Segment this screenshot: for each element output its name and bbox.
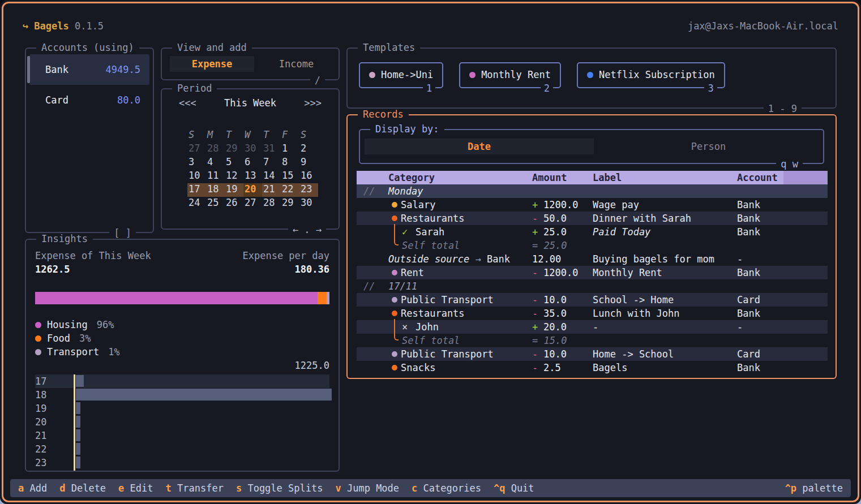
- calendar-day[interactable]: 17: [187, 183, 206, 197]
- account-name: Card: [45, 94, 117, 106]
- calendar-day[interactable]: 16: [299, 170, 318, 183]
- footer-action-categories[interactable]: c Categories: [412, 483, 481, 494]
- account-item-bank[interactable]: Bank4949.5: [29, 54, 149, 85]
- record-group-row[interactable]: //Monday: [357, 184, 828, 198]
- calendar-day[interactable]: 28: [262, 197, 281, 210]
- calendar-day[interactable]: 31: [262, 143, 281, 156]
- calendar-day[interactable]: 22: [281, 183, 299, 197]
- calendar-day[interactable]: 24: [187, 197, 206, 210]
- weekday-label: T: [225, 129, 243, 143]
- row-gutter: [783, 252, 828, 266]
- calendar-day[interactable]: 2: [299, 143, 318, 156]
- tab-income[interactable]: Income: [254, 56, 339, 72]
- calendar-day[interactable]: 29: [225, 143, 243, 156]
- calendar-day[interactable]: 12: [225, 170, 243, 183]
- period-prev-button[interactable]: <<<: [179, 97, 196, 109]
- cell-category: Public Transport: [357, 293, 532, 307]
- record-row[interactable]: Snacks-2.5BagelsBank: [357, 361, 828, 374]
- display-by-tab-date[interactable]: Date: [365, 139, 594, 154]
- footer-action-palette[interactable]: ^p palette: [785, 483, 843, 494]
- footer-action-jump-mode[interactable]: v Jump Mode: [335, 483, 399, 494]
- record-row[interactable]: Rent-1200.0Monthly RentBank: [357, 266, 828, 279]
- calendar-day[interactable]: 29: [281, 197, 299, 210]
- calendar-day[interactable]: 5: [225, 156, 243, 170]
- chart-bar: [76, 389, 332, 401]
- footer-key: ^q: [494, 483, 505, 494]
- tab-expense[interactable]: Expense: [170, 56, 254, 72]
- weekday-label: S: [299, 129, 318, 143]
- row-gutter: [783, 347, 828, 361]
- legend-item-housing: Housing96%: [35, 318, 120, 331]
- category-dot: [392, 202, 397, 208]
- footer-action-add[interactable]: a Add: [18, 483, 47, 494]
- calendar-day[interactable]: 13: [243, 170, 262, 183]
- record-row[interactable]: ✓Sarah+25.0Paid TodayBank: [357, 225, 828, 239]
- cell-amount: +1200.0: [532, 198, 593, 212]
- cell-category: //Monday: [357, 184, 532, 198]
- cell-category: Restaurants: [357, 307, 532, 320]
- template-3[interactable]: Netflix Subscription3: [577, 62, 725, 88]
- record-row[interactable]: Restaurants-50.0Dinner with SarahBank: [357, 212, 828, 225]
- cell-label: Wage pay: [593, 198, 737, 212]
- amount-sign: +: [532, 225, 543, 239]
- record-group-row[interactable]: //17/11: [357, 279, 828, 293]
- record-account: Bank: [737, 308, 760, 319]
- calendar-day[interactable]: 4: [206, 156, 225, 170]
- record-account: -: [737, 321, 743, 333]
- record-row[interactable]: Outside source → Bank12.00Buying bagels …: [357, 252, 828, 266]
- calendar-day[interactable]: 18: [206, 183, 225, 197]
- calendar-day[interactable]: 19: [225, 183, 243, 197]
- calendar-day[interactable]: 15: [281, 170, 299, 183]
- record-row[interactable]: Self total= 15.0: [357, 334, 828, 347]
- weekday-label: F: [281, 129, 299, 143]
- template-2[interactable]: Monthly Rent2: [459, 62, 561, 88]
- calendar-day[interactable]: 26: [225, 197, 243, 210]
- calendar-day[interactable]: 8: [281, 156, 299, 170]
- record-row[interactable]: Self total= 25.0: [357, 239, 828, 252]
- footer-action-toggle-splits[interactable]: s Toggle Splits: [236, 483, 323, 494]
- cell-label: [593, 184, 737, 198]
- calendar-day[interactable]: 11: [206, 170, 225, 183]
- calendar-day[interactable]: 10: [187, 170, 206, 183]
- account-item-card[interactable]: Card80.0: [26, 85, 153, 115]
- display-by-tab-person[interactable]: Person: [594, 139, 823, 154]
- amount-value: 25.0: [543, 226, 567, 238]
- record-row[interactable]: Restaurants-35.0Lunch with JohnBank: [357, 307, 828, 320]
- template-1[interactable]: Home->Uni1: [359, 62, 443, 88]
- legend-item-transport: Transport1%: [35, 345, 120, 359]
- calendar-day[interactable]: 14: [262, 170, 281, 183]
- amount-sign: -: [532, 293, 543, 307]
- calendar-day[interactable]: 23: [299, 183, 318, 197]
- calendar-day[interactable]: 1: [281, 143, 299, 156]
- calendar-day[interactable]: 30: [243, 143, 262, 156]
- calendar-day[interactable]: 9: [299, 156, 318, 170]
- calendar-day[interactable]: 28: [206, 143, 225, 156]
- calendar-day[interactable]: 27: [187, 143, 206, 156]
- period-next-button[interactable]: >>>: [304, 97, 322, 109]
- calendar-day[interactable]: 7: [262, 156, 281, 170]
- calendar-day[interactable]: 3: [187, 156, 206, 170]
- cell-amount: [532, 184, 593, 198]
- footer-action-transfer[interactable]: t Transfer: [166, 483, 224, 494]
- footer-action-delete[interactable]: d Delete: [59, 483, 106, 494]
- calendar-day[interactable]: 30: [299, 197, 318, 210]
- calendar-day[interactable]: 25: [206, 197, 225, 210]
- record-account: Bank: [737, 362, 760, 373]
- return-arrow-icon: ↪: [23, 20, 28, 32]
- record-row[interactable]: Salary+1200.0Wage payBank: [357, 198, 828, 212]
- record-row[interactable]: ×John+20.0--: [357, 320, 828, 334]
- expense-per-day-chart: 17181920212223: [35, 374, 329, 471]
- amount-value: 35.0: [543, 308, 567, 319]
- record-row[interactable]: Public Transport-10.0School -> HomeCard: [357, 293, 828, 307]
- calendar-day[interactable]: 6: [243, 156, 262, 170]
- calendar-day[interactable]: 21: [262, 183, 281, 197]
- chart-day-label: 20: [35, 416, 55, 428]
- footer-action-quit[interactable]: ^q Quit: [494, 483, 534, 494]
- stackbar-segment-housing: [35, 292, 318, 304]
- header-gutter: [783, 171, 828, 184]
- footer-action-edit[interactable]: e Edit: [118, 483, 153, 494]
- calendar-day[interactable]: 27: [243, 197, 262, 210]
- record-row[interactable]: Public Transport-10.0Home -> SchoolCard: [357, 347, 828, 361]
- calendar-day-selected[interactable]: 20: [243, 183, 262, 197]
- category-name: Restaurants: [357, 213, 465, 224]
